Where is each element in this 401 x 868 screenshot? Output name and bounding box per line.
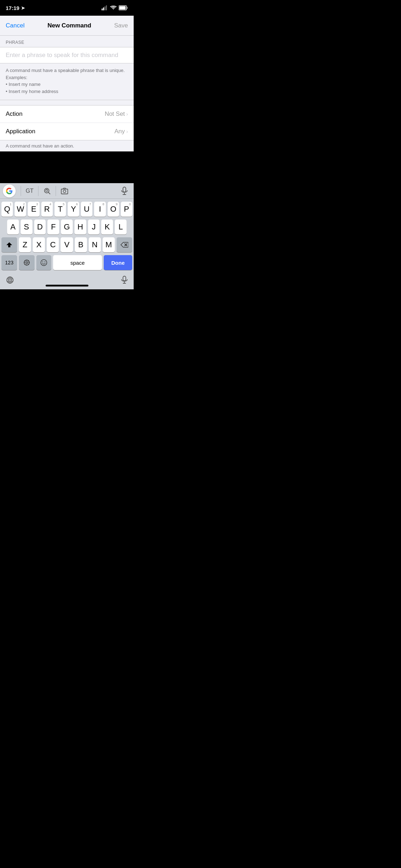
key-i[interactable]: 8I (94, 202, 106, 217)
key-b[interactable]: B (75, 237, 87, 252)
application-label: Application (6, 128, 35, 135)
lens-button[interactable] (41, 185, 53, 197)
key-n[interactable]: N (89, 237, 101, 252)
settings-icon (24, 259, 30, 266)
save-button[interactable]: Save (114, 22, 128, 29)
key-g[interactable]: G (61, 219, 73, 234)
mic-toolbar-icon (121, 187, 128, 195)
key-z[interactable]: Z (19, 237, 31, 252)
keyboard-toolbar: GT (0, 183, 134, 199)
action-label: Action (6, 110, 22, 118)
key-q[interactable]: 1Q (1, 202, 13, 217)
shift-key[interactable] (1, 237, 17, 252)
svg-point-28 (45, 262, 45, 262)
key-h[interactable]: H (74, 219, 86, 234)
svg-line-24 (28, 261, 29, 262)
key-e[interactable]: 3E (28, 202, 39, 217)
key-a[interactable]: A (7, 219, 19, 234)
action-row[interactable]: Action Not Set › (0, 105, 134, 123)
key-l[interactable]: L (115, 219, 127, 234)
svg-rect-34 (123, 276, 126, 281)
key-d[interactable]: D (34, 219, 46, 234)
globe-icon (6, 276, 14, 284)
globe-button[interactable] (6, 276, 14, 286)
phrase-help-text: A command must have a speakable phrase t… (0, 63, 134, 100)
space-key[interactable]: space (53, 255, 102, 270)
key-f[interactable]: F (47, 219, 59, 234)
action-value: Not Set › (105, 110, 128, 118)
key-o[interactable]: 9O (108, 202, 119, 217)
svg-line-22 (25, 261, 26, 262)
svg-line-25 (25, 264, 26, 265)
application-value: Any › (114, 128, 128, 135)
svg-rect-2 (104, 6, 106, 10)
key-j[interactable]: J (88, 219, 100, 234)
keyboard-bottom (0, 274, 134, 289)
svg-rect-3 (106, 5, 107, 10)
bottom-mic-icon (121, 276, 128, 284)
google-button[interactable] (3, 185, 16, 197)
status-time: 17:19 ➤ (6, 5, 25, 11)
google-g-icon (6, 187, 13, 195)
key-x[interactable]: X (33, 237, 45, 252)
key-m[interactable]: M (103, 237, 115, 252)
toolbar-divider-1 (21, 186, 21, 196)
svg-point-17 (26, 262, 28, 264)
shift-icon (6, 241, 13, 248)
camera-button[interactable] (58, 185, 71, 197)
page-title: New Command (47, 22, 91, 29)
numbers-key[interactable]: 123 (1, 255, 17, 270)
nav-bar: Cancel New Command Save (0, 16, 134, 36)
svg-line-23 (28, 264, 29, 265)
svg-point-27 (42, 262, 43, 262)
application-row[interactable]: Application Any › (0, 123, 134, 140)
camera-icon (61, 187, 68, 195)
svg-rect-0 (102, 9, 103, 10)
toolbar-divider-2 (38, 186, 38, 196)
phrase-section-label: PHRASE (0, 36, 134, 47)
wifi-icon (110, 5, 117, 10)
key-u[interactable]: 7U (81, 202, 92, 217)
signal-icon (102, 5, 108, 10)
key-c[interactable]: C (47, 237, 59, 252)
svg-rect-6 (119, 6, 126, 10)
key-row-3: Z X C V B N M (1, 237, 132, 252)
delete-key[interactable] (117, 237, 132, 252)
svg-rect-1 (103, 7, 104, 10)
toolbar-divider-3 (56, 186, 56, 196)
keyboard: GT (0, 183, 134, 289)
key-y[interactable]: 6Y (68, 202, 79, 217)
key-row-1: 1Q 2W 3E 4R 5T 6Y 7U 8I 9O 0P (1, 202, 132, 217)
toolbar-mic-button[interactable] (118, 185, 131, 197)
action-warning-text: A command must have an action. (0, 140, 134, 151)
key-v[interactable]: V (61, 237, 73, 252)
lens-icon (43, 187, 51, 195)
cancel-button[interactable]: Cancel (6, 22, 25, 29)
bottom-mic-button[interactable] (121, 276, 128, 286)
emoji-key[interactable] (36, 255, 51, 270)
settings-section: Action Not Set › Application Any › (0, 105, 134, 140)
location-icon: ➤ (21, 5, 25, 11)
svg-rect-5 (127, 7, 128, 9)
application-chevron-icon: › (126, 129, 128, 134)
settings-key[interactable] (19, 255, 35, 270)
key-t[interactable]: 5T (55, 202, 66, 217)
key-k[interactable]: K (101, 219, 113, 234)
status-bar: 17:19 ➤ (0, 0, 134, 16)
status-icons (102, 5, 128, 10)
key-s[interactable]: S (21, 219, 32, 234)
key-w[interactable]: 2W (15, 202, 26, 217)
form-content: PHRASE A command must have a speakable p… (0, 36, 134, 151)
key-p[interactable]: 0P (121, 202, 132, 217)
action-chevron-icon: › (126, 111, 128, 117)
done-key[interactable]: Done (104, 255, 132, 270)
key-r[interactable]: 4R (41, 202, 53, 217)
keyboard-keys: 1Q 2W 3E 4R 5T 6Y 7U 8I 9O 0P A S D F G … (0, 199, 134, 274)
delete-icon (120, 242, 128, 248)
battery-icon (119, 5, 128, 10)
translate-button[interactable]: GT (23, 185, 36, 197)
svg-point-8 (46, 190, 48, 192)
svg-point-26 (41, 260, 47, 266)
emoji-icon (40, 259, 47, 266)
phrase-input[interactable] (6, 52, 128, 59)
